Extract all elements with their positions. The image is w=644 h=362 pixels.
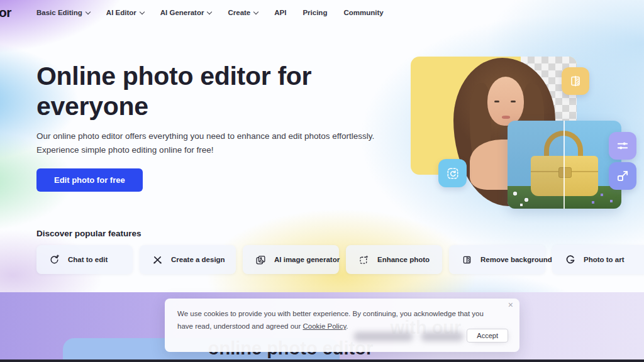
feature-card-ai-image-generator[interactable]: AI image generator: [243, 245, 339, 274]
cookie-consent-banner: × We use cookies to provide you with bet…: [165, 299, 519, 352]
chevron-down-icon: [253, 9, 258, 14]
blurred-text: [421, 332, 464, 341]
hero-description-line1: Our online photo editor offers everythin…: [36, 131, 389, 141]
hero-description-line2: Experience simple photo editing online f…: [36, 145, 389, 155]
feature-card-create-a-design[interactable]: Create a design: [140, 245, 236, 274]
handbag-before-after-card: [508, 121, 621, 209]
remove-background-icon: [462, 255, 472, 265]
chat-edit-icon: [49, 255, 60, 265]
feature-card-photo-to-art[interactable]: Photo to art: [552, 245, 644, 274]
feature-card-chat-to-edit[interactable]: Chat to edit: [36, 245, 133, 274]
nav-menu: Basic Editing AI Editor AI Generator Cre…: [36, 9, 384, 16]
nav-item-basic-editing[interactable]: Basic Editing: [36, 9, 90, 16]
blurred-text: [353, 332, 413, 341]
close-icon[interactable]: ×: [508, 300, 513, 309]
before-after-divider[interactable]: [564, 121, 565, 209]
nav-item-api[interactable]: API: [274, 9, 286, 16]
nav-item-create[interactable]: Create: [228, 9, 258, 16]
cookie-message-period: .: [346, 322, 348, 330]
chevron-down-icon: [86, 9, 91, 14]
features-heading: Discover popular features: [36, 229, 142, 238]
feature-label: Enhance photo: [377, 256, 430, 263]
next-section-edge: [0, 359, 644, 362]
nav-item-label: API: [274, 9, 286, 16]
nav-item-pricing[interactable]: Pricing: [303, 9, 327, 16]
logo[interactable]: or: [0, 5, 11, 20]
nav-item-label: Pricing: [303, 9, 327, 16]
feature-label: Chat to edit: [68, 256, 108, 263]
before-after-left-overlay: [508, 121, 564, 209]
enhance-photo-icon: [358, 255, 369, 265]
nav-item-ai-editor[interactable]: AI Editor: [106, 9, 144, 16]
restore-icon[interactable]: [438, 159, 467, 187]
nav-item-label: AI Editor: [106, 9, 136, 16]
edit-photo-free-button[interactable]: Edit photo for free: [36, 168, 143, 192]
chevron-down-icon: [207, 9, 212, 14]
adjust-sliders-icon[interactable]: [609, 132, 636, 160]
nav-item-label: Basic Editing: [36, 9, 82, 16]
nav-item-ai-generator[interactable]: AI Generator: [160, 9, 212, 16]
feature-label: Create a design: [171, 256, 225, 263]
page-title-line2: everyone: [36, 92, 148, 121]
page-title-line1: Online photo editor for: [36, 62, 311, 90]
feature-label: Photo to art: [584, 256, 625, 263]
top-navigation: or Basic Editing AI Editor AI Generator …: [0, 0, 644, 25]
chevron-down-icon: [140, 9, 145, 14]
nav-item-label: Create: [228, 9, 250, 16]
cookie-message: We use cookies to provide you with bette…: [177, 307, 495, 332]
nav-item-label: AI Generator: [160, 9, 204, 16]
hero-description: Our online photo editor offers everythin…: [36, 131, 389, 159]
resize-icon[interactable]: [609, 162, 636, 190]
nav-item-community[interactable]: Community: [343, 9, 383, 16]
create-design-icon: [152, 255, 163, 265]
photo-to-art-icon: [565, 255, 575, 265]
photo-editor-landing-page: or Basic Editing AI Editor AI Generator …: [0, 0, 644, 362]
page-title: Online photo editor for everyone: [36, 62, 364, 122]
ai-image-generator-icon: [255, 255, 266, 265]
remove-background-icon[interactable]: [562, 67, 589, 95]
features-row: Chat to edit Create a design AI image ge…: [36, 245, 644, 274]
feature-card-remove-background[interactable]: Remove background: [449, 245, 545, 274]
feature-card-enhance-photo[interactable]: Enhance photo: [346, 245, 442, 274]
accept-cookies-button[interactable]: Accept: [467, 329, 508, 343]
cookie-policy-link[interactable]: Cookie Policy: [303, 322, 346, 330]
feature-label: Remove background: [480, 256, 552, 263]
feature-label: AI image generator: [274, 256, 340, 263]
nav-item-label: Community: [343, 9, 383, 16]
